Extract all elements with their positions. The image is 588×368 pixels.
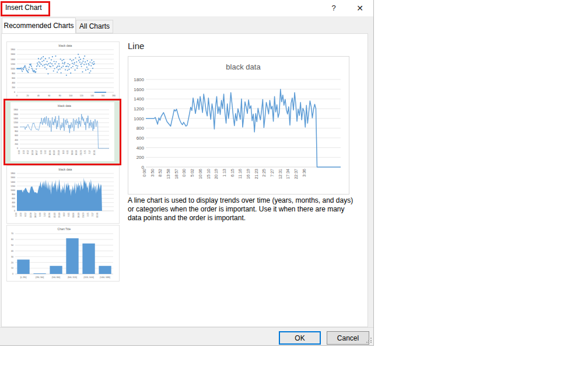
dialog-titlebar: Insert Chart ? ✕ [0, 0, 373, 16]
svg-text:800: 800 [136, 126, 145, 131]
svg-text:3:50: 3:50 [20, 213, 22, 217]
ok-button[interactable]: OK [279, 331, 321, 345]
svg-text:(1120, 1400]: (1120, 1400] [83, 276, 94, 279]
svg-text:13:58: 13:58 [32, 150, 34, 155]
preview-chart-type-heading: Line [128, 41, 144, 51]
svg-text:1400: 1400 [13, 117, 18, 120]
svg-text:1600: 1600 [13, 113, 18, 116]
cancel-button[interactable]: Cancel [327, 331, 369, 345]
svg-text:1200: 1200 [10, 63, 15, 65]
svg-text:11:16: 11:16 [72, 213, 75, 218]
svg-text:7:27: 7:27 [92, 213, 94, 217]
svg-text:12:31: 12:31 [96, 213, 99, 218]
svg-text:13:58: 13:58 [166, 169, 170, 179]
svg-text:20:19: 20:19 [58, 213, 61, 218]
svg-text:1600: 1600 [10, 176, 15, 179]
svg-text:(560, 840]: (560, 840] [52, 276, 60, 279]
svg-text:6:15: 6:15 [68, 213, 70, 217]
svg-text:0:00: 0:00 [142, 169, 146, 177]
svg-text:0:00: 0:00 [182, 169, 186, 177]
svg-text:1400: 1400 [10, 181, 15, 183]
svg-text:(840, 1120]: (840, 1120] [68, 276, 77, 279]
svg-text:7:27: 7:27 [89, 150, 91, 154]
svg-text:400: 400 [136, 145, 145, 151]
tab-recommended-charts[interactable]: Recommended Charts [2, 18, 76, 33]
svg-text:40: 40 [37, 95, 40, 97]
svg-text:(280, 560]: (280, 560] [36, 276, 44, 279]
svg-text:black data: black data [58, 104, 71, 107]
tab-strip: Recommended Charts All Charts [0, 16, 373, 33]
help-button[interactable]: ? [324, 2, 343, 15]
svg-text:black data: black data [226, 63, 261, 71]
svg-text:400: 400 [12, 202, 15, 204]
svg-text:0: 0 [14, 91, 15, 93]
svg-text:12:31: 12:31 [93, 150, 96, 155]
chart-thumbnail-area[interactable]: 020040060080010001200140016001800black d… [6, 165, 120, 224]
svg-text:20: 20 [26, 95, 29, 97]
svg-text:8:52: 8:52 [27, 150, 29, 154]
svg-text:0:00: 0:00 [39, 213, 41, 217]
svg-text:20: 20 [11, 262, 13, 264]
svg-text:6:15: 6:15 [230, 169, 235, 177]
svg-text:80: 80 [59, 95, 61, 97]
chart-thumbnail-scatter[interactable]: 020040060080010001200140016001800black d… [6, 41, 120, 100]
dialog-footer: OK Cancel [0, 327, 373, 345]
svg-text:11:16: 11:16 [71, 150, 74, 155]
svg-text:1:13: 1:13 [62, 150, 65, 154]
svg-text:0: 0 [16, 95, 18, 97]
svg-text:800: 800 [12, 193, 15, 196]
svg-text:15:10: 15:10 [53, 150, 55, 155]
svg-text:0:00: 0:00 [15, 213, 18, 217]
svg-text:200: 200 [15, 143, 18, 145]
svg-text:1400: 1400 [10, 58, 15, 61]
close-icon[interactable]: ✕ [351, 2, 369, 15]
svg-text:200: 200 [12, 86, 15, 89]
svg-text:1200: 1200 [13, 121, 18, 124]
svg-text:1200: 1200 [134, 106, 144, 112]
svg-text:17:34: 17:34 [286, 169, 290, 179]
svg-text:15:10: 15:10 [54, 213, 56, 218]
svg-text:1800: 1800 [10, 172, 15, 175]
svg-text:black data: black data [59, 44, 72, 47]
svg-text:200: 200 [136, 155, 145, 160]
svg-text:21:23: 21:23 [80, 150, 82, 155]
svg-text:22:37: 22:37 [294, 169, 298, 179]
svg-text:21:23: 21:23 [254, 169, 258, 179]
chart-preview: 020040060080010001200140016001800black d… [128, 56, 349, 195]
svg-text:600: 600 [12, 77, 15, 79]
tab-all-charts[interactable]: All Charts [76, 20, 113, 33]
svg-text:16:19: 16:19 [75, 150, 78, 155]
chart-thumbnail-line-selected[interactable]: 020040060080010001200140016001800black d… [4, 99, 121, 165]
svg-text:1800: 1800 [13, 109, 18, 111]
svg-text:1600: 1600 [10, 53, 15, 55]
svg-text:10:06: 10:06 [49, 150, 51, 155]
svg-text:5:02: 5:02 [44, 150, 47, 154]
svg-text:120: 120 [80, 95, 83, 97]
chart-type-description: A line chart is used to display trends o… [128, 196, 360, 223]
chart-thumbnail-histogram[interactable]: 010203040506070Chart Title[0, 280](280, … [6, 225, 120, 282]
svg-text:3:50: 3:50 [23, 150, 25, 154]
svg-text:20:19: 20:19 [58, 150, 60, 155]
svg-text:0:00: 0:00 [40, 150, 43, 154]
histogram-thumbnail-chart: 010203040506070Chart Title[0, 280](280, … [7, 225, 119, 281]
svg-text:5:02: 5:02 [44, 213, 46, 217]
svg-text:60: 60 [48, 95, 50, 97]
svg-text:180: 180 [112, 95, 116, 97]
svg-text:1000: 1000 [10, 189, 15, 192]
svg-text:400: 400 [12, 82, 15, 84]
svg-text:1800: 1800 [10, 48, 15, 51]
svg-text:20:19: 20:19 [214, 169, 218, 179]
svg-text:13:58: 13:58 [30, 213, 32, 218]
svg-text:50: 50 [11, 244, 13, 247]
resize-grip[interactable] [366, 338, 372, 343]
line-thumbnail-chart: 020040060080010001200140016001800black d… [10, 102, 114, 161]
svg-text:18:57: 18:57 [174, 169, 178, 179]
scatter-thumbnail-chart: 020040060080010001200140016001800black d… [7, 42, 119, 99]
svg-text:2:25: 2:25 [262, 169, 266, 177]
svg-text:21:23: 21:23 [82, 213, 85, 218]
svg-text:1200: 1200 [10, 185, 15, 188]
svg-text:30: 30 [11, 256, 13, 258]
svg-text:8:52: 8:52 [158, 169, 162, 177]
svg-text:1800: 1800 [134, 77, 144, 82]
svg-text:1:13: 1:13 [222, 169, 226, 177]
